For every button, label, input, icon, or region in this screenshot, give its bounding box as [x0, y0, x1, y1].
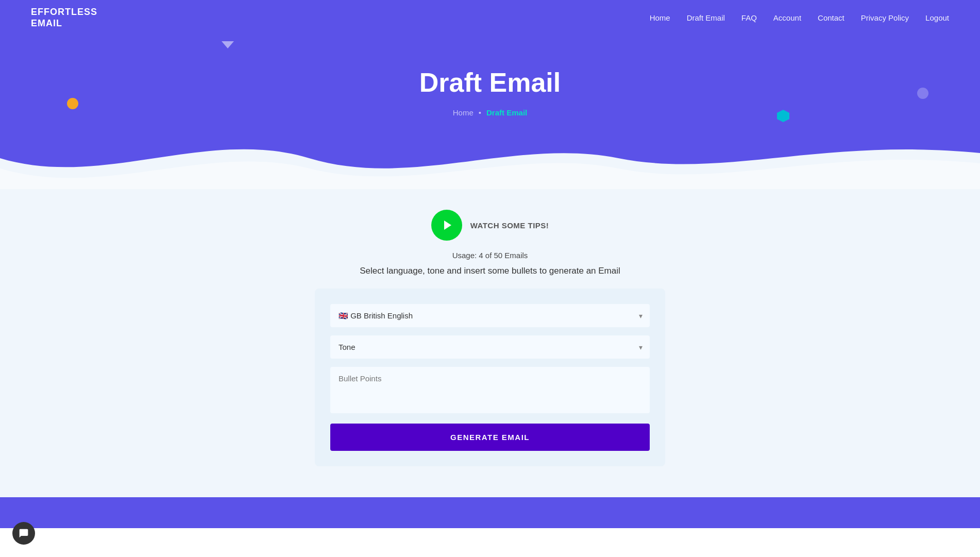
breadcrumb-separator: • — [479, 108, 481, 117]
play-icon — [442, 219, 454, 231]
breadcrumb-home: Home — [453, 108, 474, 117]
language-select[interactable]: 🇬🇧 GB British English 🇺🇸 US English 🇫🇷 F… — [330, 304, 650, 327]
svg-marker-0 — [444, 221, 451, 230]
nav-home[interactable]: Home — [650, 13, 670, 22]
nav-faq[interactable]: FAQ — [741, 13, 757, 22]
nav-contact[interactable]: Contact — [818, 13, 844, 22]
tone-select-wrapper: Tone Formal Informal Friendly Profession… — [330, 335, 650, 359]
nav-account[interactable]: Account — [773, 13, 801, 22]
hero-section: Draft Email Home • Draft Email — [0, 36, 980, 189]
breadcrumb-current: Draft Email — [486, 108, 527, 117]
nav-draft-email[interactable]: Draft Email — [687, 13, 725, 22]
tone-select[interactable]: Tone Formal Informal Friendly Profession… — [330, 335, 650, 359]
form-card: 🇬🇧 GB British English 🇺🇸 US English 🇫🇷 F… — [315, 289, 665, 466]
bottom-band — [0, 497, 980, 528]
tips-label: WATCH SOME TIPS! — [470, 221, 549, 230]
tips-row: WATCH SOME TIPS! — [431, 210, 549, 241]
page-title: Draft Email — [10, 67, 970, 98]
bullet-points-textarea[interactable] — [330, 367, 650, 413]
language-select-wrapper: 🇬🇧 GB British English 🇺🇸 US English 🇫🇷 F… — [330, 304, 650, 327]
hero-content: Draft Email Home • Draft Email — [0, 36, 980, 138]
navbar: EFFORTLESS EMAIL Home Draft Email FAQ Ac… — [0, 0, 980, 36]
generate-email-button[interactable]: GENERATE EMAIL — [330, 424, 650, 451]
nav-links: Home Draft Email FAQ Account Contact Pri… — [650, 13, 949, 23]
bullet-points-wrapper — [330, 367, 650, 415]
usage-text: Usage: 4 of 50 Emails — [452, 251, 528, 260]
nav-privacy-policy[interactable]: Privacy Policy — [861, 13, 909, 22]
breadcrumb: Home • Draft Email — [10, 108, 970, 117]
logo: EFFORTLESS EMAIL — [31, 7, 97, 29]
nav-logout[interactable]: Logout — [925, 13, 949, 22]
main-content: WATCH SOME TIPS! Usage: 4 of 50 Emails S… — [0, 189, 980, 497]
instruction-text: Select language, tone and insert some bu… — [360, 266, 620, 276]
play-tips-button[interactable] — [431, 210, 462, 241]
